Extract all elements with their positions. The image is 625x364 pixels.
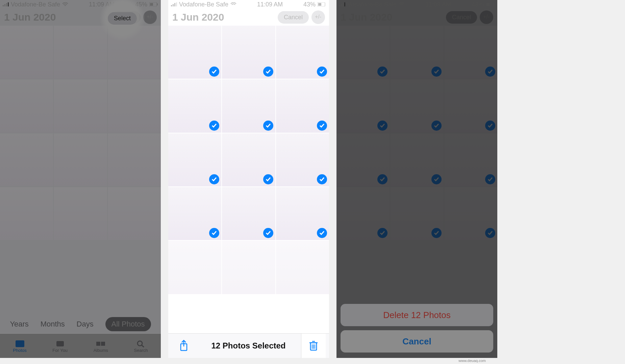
photo-grid xyxy=(168,26,329,294)
selected-check-icon xyxy=(263,67,273,77)
svg-rect-0 xyxy=(3,5,4,6)
view-segmented-control: Years Months Days All Photos xyxy=(0,314,161,334)
selected-check-icon xyxy=(209,121,219,131)
watermark: www.deuaq.com xyxy=(458,359,486,363)
status-bar: Vodafone-Be Safe 11:09 AM 45% xyxy=(0,0,161,9)
svg-rect-8 xyxy=(16,340,24,347)
zoom-toggle-button[interactable]: +/- xyxy=(311,10,325,24)
svg-rect-2 xyxy=(6,3,7,6)
photo-thumb[interactable] xyxy=(0,26,53,79)
tab-bar: Photos For You Albums Search xyxy=(0,334,161,358)
plus-minus-icon: +/- xyxy=(315,14,322,21)
svg-rect-17 xyxy=(176,2,177,6)
photo-thumb[interactable] xyxy=(222,79,275,132)
photo-thumb[interactable] xyxy=(108,79,161,132)
svg-rect-15 xyxy=(173,4,174,6)
photo-thumb[interactable] xyxy=(0,187,53,240)
photo-thumb[interactable] xyxy=(222,187,275,240)
svg-point-12 xyxy=(138,341,142,346)
photo-thumb[interactable] xyxy=(54,133,107,186)
selected-check-icon xyxy=(317,174,327,184)
svg-rect-19 xyxy=(318,3,321,6)
wifi-icon xyxy=(62,2,68,6)
tab-label: For You xyxy=(52,348,68,353)
selected-check-icon xyxy=(263,228,273,238)
wifi-icon xyxy=(230,2,236,6)
select-button[interactable]: Select xyxy=(111,11,141,24)
photo-thumb[interactable] xyxy=(168,187,221,240)
battery-percent: 45% xyxy=(135,1,147,8)
screen-delete-confirm: Vodafone-Be Safe 11:09 AM 43% 1 Jun 2020… xyxy=(336,0,497,358)
signal-icon xyxy=(3,2,9,6)
battery-icon xyxy=(318,2,326,6)
tab-label: Search xyxy=(134,348,148,353)
tab-photos[interactable]: Photos xyxy=(13,340,26,353)
signal-icon xyxy=(171,2,177,6)
svg-rect-1 xyxy=(4,4,5,6)
photo-thumb[interactable] xyxy=(222,133,275,186)
for-you-icon xyxy=(55,340,65,348)
photo-thumb[interactable] xyxy=(222,26,275,79)
photo-thumb[interactable] xyxy=(222,241,275,294)
status-bar: Vodafone-Be Safe 11:09 AM 43% xyxy=(168,0,329,9)
photo-thumb[interactable] xyxy=(168,133,221,186)
segment-all-photos[interactable]: All Photos xyxy=(105,317,151,331)
photos-header: 1 Jun 2020 Cancel +/- xyxy=(168,9,329,26)
selected-check-icon xyxy=(263,174,273,184)
segment-years[interactable]: Years xyxy=(10,320,28,329)
photo-thumb[interactable] xyxy=(276,133,329,186)
photos-header: 1 Jun 2020 Select +/- xyxy=(0,9,161,26)
photo-thumb[interactable] xyxy=(108,187,161,240)
selected-check-icon xyxy=(263,121,273,131)
tab-search[interactable]: Search xyxy=(134,340,148,353)
share-icon xyxy=(179,340,189,352)
cancel-button[interactable]: Cancel xyxy=(278,11,309,24)
photo-grid xyxy=(0,26,161,240)
photo-thumb[interactable] xyxy=(168,79,221,132)
svg-rect-16 xyxy=(174,3,175,6)
search-icon xyxy=(136,340,146,348)
albums-icon xyxy=(96,340,106,348)
tab-for-you[interactable]: For You xyxy=(52,340,68,353)
svg-line-13 xyxy=(142,345,144,347)
photo-thumb[interactable] xyxy=(54,187,107,240)
tab-label: Albums xyxy=(94,348,108,353)
segment-days[interactable]: Days xyxy=(77,320,94,329)
cancel-delete-button[interactable]: Cancel xyxy=(341,330,493,353)
clock-label: 11:09 AM xyxy=(257,1,283,8)
photo-thumb[interactable] xyxy=(168,26,221,79)
zoom-toggle-button[interactable]: +/- xyxy=(143,10,157,24)
svg-rect-3 xyxy=(8,2,9,6)
photo-thumb[interactable] xyxy=(276,187,329,240)
photo-thumb[interactable] xyxy=(108,26,161,79)
photo-thumb[interactable] xyxy=(0,79,53,132)
photo-thumb[interactable] xyxy=(168,241,221,294)
svg-rect-5 xyxy=(150,3,153,6)
delete-button[interactable] xyxy=(301,334,326,358)
date-title: 1 Jun 2020 xyxy=(172,11,224,23)
svg-text:+/-: +/- xyxy=(147,14,153,20)
svg-rect-10 xyxy=(96,342,100,346)
photo-thumb[interactable] xyxy=(54,26,107,79)
selection-toolbar: 12 Photos Selected xyxy=(168,333,329,358)
carrier-label: Vodafone-Be Safe xyxy=(11,1,60,8)
photo-thumb[interactable] xyxy=(54,79,107,132)
photo-thumb[interactable] xyxy=(0,133,53,186)
carrier-label: Vodafone-Be Safe xyxy=(179,1,228,8)
delete-action-sheet: Delete 12 Photos Cancel xyxy=(341,304,493,353)
photo-thumb[interactable] xyxy=(276,79,329,132)
svg-text:+/-: +/- xyxy=(315,14,321,20)
svg-rect-9 xyxy=(56,341,64,346)
share-button[interactable] xyxy=(172,334,196,358)
tab-albums[interactable]: Albums xyxy=(94,340,108,353)
photo-thumb[interactable] xyxy=(276,241,329,294)
photo-thumb[interactable] xyxy=(108,133,161,186)
battery-percent: 43% xyxy=(303,1,316,8)
segment-months[interactable]: Months xyxy=(41,320,65,329)
screen-select: Vodafone-Be Safe 11:09 AM 45% 1 Jun 2020… xyxy=(0,0,161,358)
photo-thumb[interactable] xyxy=(276,26,329,79)
delete-photos-button[interactable]: Delete 12 Photos xyxy=(341,304,493,326)
trash-icon xyxy=(308,340,319,352)
tab-label: Photos xyxy=(13,348,26,353)
selected-check-icon xyxy=(317,121,327,131)
